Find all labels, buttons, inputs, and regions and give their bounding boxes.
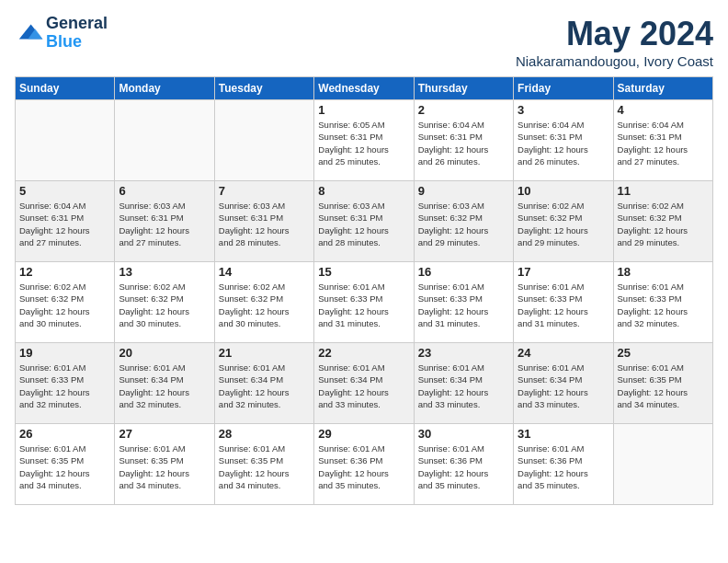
day-number: 23 bbox=[418, 346, 509, 360]
logo-icon bbox=[15, 18, 44, 48]
calendar-cell: 1Sunrise: 6:05 AMSunset: 6:31 PMDaylight… bbox=[314, 100, 414, 181]
title-block: May 2024 Niakaramandougou, Ivory Coast bbox=[516, 15, 713, 69]
calendar-cell: 12Sunrise: 6:02 AMSunset: 6:32 PMDayligh… bbox=[16, 262, 115, 343]
day-number: 17 bbox=[518, 265, 609, 279]
day-info: Sunrise: 6:03 AMSunset: 6:31 PMDaylight:… bbox=[119, 200, 210, 248]
calendar-cell: 21Sunrise: 6:01 AMSunset: 6:34 PMDayligh… bbox=[214, 343, 313, 424]
day-number: 22 bbox=[318, 346, 409, 360]
day-info: Sunrise: 6:03 AMSunset: 6:32 PMDaylight:… bbox=[418, 200, 509, 248]
day-info: Sunrise: 6:01 AMSunset: 6:34 PMDaylight:… bbox=[219, 362, 310, 410]
day-info: Sunrise: 6:02 AMSunset: 6:32 PMDaylight:… bbox=[518, 200, 609, 248]
day-info: Sunrise: 6:01 AMSunset: 6:35 PMDaylight:… bbox=[219, 442, 310, 491]
day-number: 24 bbox=[518, 346, 609, 360]
calendar-cell: 18Sunrise: 6:01 AMSunset: 6:33 PMDayligh… bbox=[613, 262, 712, 343]
day-number: 26 bbox=[19, 427, 110, 441]
day-info: Sunrise: 6:02 AMSunset: 6:32 PMDaylight:… bbox=[19, 281, 110, 329]
calendar-cell: 13Sunrise: 6:02 AMSunset: 6:32 PMDayligh… bbox=[115, 262, 214, 343]
day-number: 20 bbox=[119, 346, 210, 360]
calendar-cell: 22Sunrise: 6:01 AMSunset: 6:34 PMDayligh… bbox=[314, 343, 414, 424]
day-info: Sunrise: 6:01 AMSunset: 6:33 PMDaylight:… bbox=[318, 281, 409, 329]
location: Niakaramandougou, Ivory Coast bbox=[516, 53, 713, 69]
day-number: 15 bbox=[318, 265, 409, 279]
calendar-cell: 8Sunrise: 6:03 AMSunset: 6:31 PMDaylight… bbox=[314, 181, 414, 262]
day-info: Sunrise: 6:01 AMSunset: 6:35 PMDaylight:… bbox=[618, 362, 709, 410]
calendar-week-row: 12Sunrise: 6:02 AMSunset: 6:32 PMDayligh… bbox=[16, 262, 713, 343]
calendar-cell: 17Sunrise: 6:01 AMSunset: 6:33 PMDayligh… bbox=[514, 262, 613, 343]
day-number: 4 bbox=[618, 103, 709, 117]
day-info: Sunrise: 6:02 AMSunset: 6:32 PMDaylight:… bbox=[618, 200, 709, 248]
calendar-cell: 2Sunrise: 6:04 AMSunset: 6:31 PMDaylight… bbox=[414, 100, 513, 181]
calendar-week-row: 26Sunrise: 6:01 AMSunset: 6:35 PMDayligh… bbox=[16, 424, 713, 505]
day-number: 3 bbox=[518, 103, 609, 117]
day-info: Sunrise: 6:01 AMSunset: 6:33 PMDaylight:… bbox=[618, 281, 709, 329]
day-number: 13 bbox=[119, 265, 210, 279]
day-number: 8 bbox=[318, 184, 409, 198]
day-info: Sunrise: 6:01 AMSunset: 6:34 PMDaylight:… bbox=[418, 362, 509, 410]
day-number: 27 bbox=[119, 427, 210, 441]
calendar-cell: 6Sunrise: 6:03 AMSunset: 6:31 PMDaylight… bbox=[115, 181, 214, 262]
calendar-cell: 15Sunrise: 6:01 AMSunset: 6:33 PMDayligh… bbox=[314, 262, 414, 343]
day-number: 6 bbox=[119, 184, 210, 198]
day-info: Sunrise: 6:04 AMSunset: 6:31 PMDaylight:… bbox=[518, 119, 609, 167]
calendar-cell: 16Sunrise: 6:01 AMSunset: 6:33 PMDayligh… bbox=[414, 262, 513, 343]
day-number: 5 bbox=[19, 184, 110, 198]
calendar-week-row: 5Sunrise: 6:04 AMSunset: 6:31 PMDaylight… bbox=[16, 181, 713, 262]
day-number: 31 bbox=[518, 427, 609, 441]
calendar-cell: 7Sunrise: 6:03 AMSunset: 6:31 PMDaylight… bbox=[214, 181, 313, 262]
weekday-header-tuesday: Tuesday bbox=[214, 77, 313, 100]
month-title: May 2024 bbox=[516, 15, 713, 53]
calendar-cell: 11Sunrise: 6:02 AMSunset: 6:32 PMDayligh… bbox=[613, 181, 712, 262]
calendar-cell bbox=[16, 100, 115, 181]
day-info: Sunrise: 6:04 AMSunset: 6:31 PMDaylight:… bbox=[618, 119, 709, 167]
day-info: Sunrise: 6:01 AMSunset: 6:36 PMDaylight:… bbox=[418, 442, 509, 491]
logo: GeneralBlue bbox=[15, 15, 108, 52]
day-number: 9 bbox=[418, 184, 509, 198]
day-info: Sunrise: 6:01 AMSunset: 6:33 PMDaylight:… bbox=[518, 281, 609, 329]
day-number: 2 bbox=[418, 103, 509, 117]
logo-text: GeneralBlue bbox=[46, 15, 108, 52]
day-info: Sunrise: 6:04 AMSunset: 6:31 PMDaylight:… bbox=[418, 119, 509, 167]
day-number: 25 bbox=[618, 346, 709, 360]
weekday-header-sunday: Sunday bbox=[16, 77, 115, 100]
calendar-cell: 4Sunrise: 6:04 AMSunset: 6:31 PMDaylight… bbox=[613, 100, 712, 181]
calendar-cell: 3Sunrise: 6:04 AMSunset: 6:31 PMDaylight… bbox=[514, 100, 613, 181]
day-number: 29 bbox=[318, 427, 409, 441]
calendar-week-row: 1Sunrise: 6:05 AMSunset: 6:31 PMDaylight… bbox=[16, 100, 713, 181]
day-number: 11 bbox=[618, 184, 709, 198]
page-header: GeneralBlue May 2024 Niakaramandougou, I… bbox=[15, 15, 713, 69]
weekday-header-saturday: Saturday bbox=[613, 77, 712, 100]
day-number: 1 bbox=[318, 103, 409, 117]
calendar-cell: 5Sunrise: 6:04 AMSunset: 6:31 PMDaylight… bbox=[16, 181, 115, 262]
day-info: Sunrise: 6:01 AMSunset: 6:33 PMDaylight:… bbox=[418, 281, 509, 329]
day-number: 19 bbox=[19, 346, 110, 360]
calendar-cell: 19Sunrise: 6:01 AMSunset: 6:33 PMDayligh… bbox=[16, 343, 115, 424]
day-info: Sunrise: 6:01 AMSunset: 6:33 PMDaylight:… bbox=[19, 362, 110, 410]
calendar-cell: 27Sunrise: 6:01 AMSunset: 6:35 PMDayligh… bbox=[115, 424, 214, 505]
day-number: 12 bbox=[19, 265, 110, 279]
calendar-cell bbox=[613, 424, 712, 505]
day-info: Sunrise: 6:01 AMSunset: 6:34 PMDaylight:… bbox=[318, 362, 409, 410]
weekday-header-thursday: Thursday bbox=[414, 77, 513, 100]
calendar-week-row: 19Sunrise: 6:01 AMSunset: 6:33 PMDayligh… bbox=[16, 343, 713, 424]
weekday-header-row: SundayMondayTuesdayWednesdayThursdayFrid… bbox=[16, 77, 713, 100]
weekday-header-monday: Monday bbox=[115, 77, 214, 100]
calendar-cell: 29Sunrise: 6:01 AMSunset: 6:36 PMDayligh… bbox=[314, 424, 414, 505]
calendar-cell: 14Sunrise: 6:02 AMSunset: 6:32 PMDayligh… bbox=[214, 262, 313, 343]
day-info: Sunrise: 6:04 AMSunset: 6:31 PMDaylight:… bbox=[19, 200, 110, 248]
day-info: Sunrise: 6:05 AMSunset: 6:31 PMDaylight:… bbox=[318, 119, 409, 167]
calendar-cell: 9Sunrise: 6:03 AMSunset: 6:32 PMDaylight… bbox=[414, 181, 513, 262]
calendar-cell: 24Sunrise: 6:01 AMSunset: 6:34 PMDayligh… bbox=[514, 343, 613, 424]
calendar-table: SundayMondayTuesdayWednesdayThursdayFrid… bbox=[15, 76, 713, 505]
day-info: Sunrise: 6:02 AMSunset: 6:32 PMDaylight:… bbox=[119, 281, 210, 329]
day-info: Sunrise: 6:01 AMSunset: 6:34 PMDaylight:… bbox=[119, 362, 210, 410]
day-info: Sunrise: 6:01 AMSunset: 6:35 PMDaylight:… bbox=[119, 442, 210, 491]
day-info: Sunrise: 6:01 AMSunset: 6:34 PMDaylight:… bbox=[518, 362, 609, 410]
calendar-cell bbox=[214, 100, 313, 181]
day-info: Sunrise: 6:02 AMSunset: 6:32 PMDaylight:… bbox=[219, 281, 310, 329]
day-number: 16 bbox=[418, 265, 509, 279]
calendar-cell: 28Sunrise: 6:01 AMSunset: 6:35 PMDayligh… bbox=[214, 424, 313, 505]
calendar-cell: 10Sunrise: 6:02 AMSunset: 6:32 PMDayligh… bbox=[514, 181, 613, 262]
day-info: Sunrise: 6:03 AMSunset: 6:31 PMDaylight:… bbox=[318, 200, 409, 248]
day-number: 14 bbox=[219, 265, 310, 279]
day-number: 7 bbox=[219, 184, 310, 198]
